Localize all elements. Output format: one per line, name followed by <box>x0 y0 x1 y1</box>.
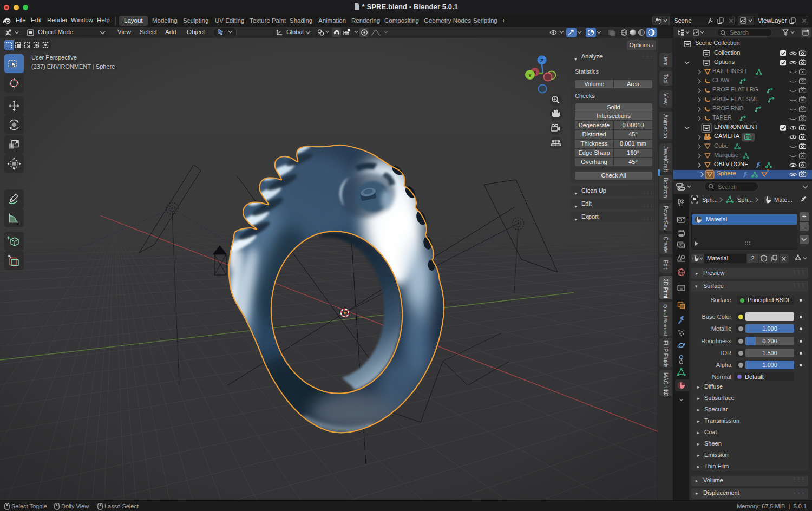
svg-text:Y: Y <box>528 72 532 78</box>
svg-text:Z: Z <box>540 58 543 63</box>
